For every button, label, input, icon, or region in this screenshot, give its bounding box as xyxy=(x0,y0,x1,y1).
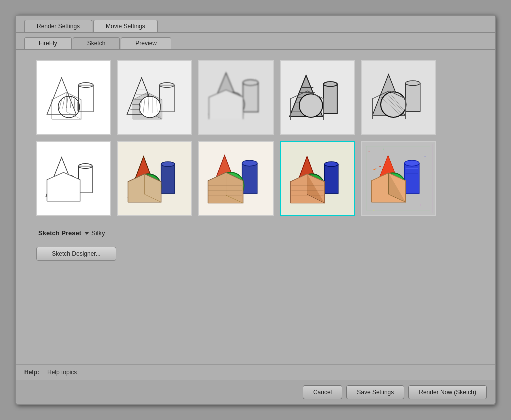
svg-point-124 xyxy=(420,205,421,206)
thumb-6[interactable] xyxy=(117,141,192,216)
svg-rect-29 xyxy=(243,83,258,112)
thumb-1[interactable] xyxy=(117,60,192,135)
thumb-3[interactable] xyxy=(280,60,355,135)
thumb-0[interactable] xyxy=(36,60,111,135)
tab-movie-settings[interactable]: Movie Settings xyxy=(93,20,158,32)
svg-rect-40 xyxy=(324,84,337,113)
svg-point-125 xyxy=(373,209,374,211)
svg-point-20 xyxy=(139,96,161,118)
help-topics-link[interactable]: Help topics xyxy=(47,369,77,376)
svg-point-30 xyxy=(243,80,258,86)
tab-render-settings[interactable]: Render Settings xyxy=(24,20,92,32)
thumb-4[interactable] xyxy=(361,60,436,135)
svg-point-42 xyxy=(299,94,323,117)
main-content: Sketch Preset Silky Sketch Designer... xyxy=(16,50,495,364)
sketch-preset-label: Sketch Preset xyxy=(38,229,81,237)
sketch-preset-dropdown[interactable]: Silky xyxy=(84,229,105,237)
render-settings-dialog: Render Settings Movie Settings FireFly S… xyxy=(15,15,496,405)
tab-preview[interactable]: Preview xyxy=(121,37,171,49)
tab-firefly[interactable]: FireFly xyxy=(24,37,72,49)
svg-rect-96 xyxy=(325,164,338,193)
help-label: Help: xyxy=(24,369,39,376)
sketch-thumbnail-grid xyxy=(36,60,475,216)
second-tab-bar: FireFly Sketch Preview xyxy=(16,33,495,50)
svg-point-41 xyxy=(324,82,337,87)
svg-point-74 xyxy=(161,162,175,167)
svg-point-88 xyxy=(242,160,257,166)
dropdown-arrow-icon xyxy=(84,232,89,235)
thumb-5[interactable] xyxy=(36,141,111,216)
cancel-button[interactable]: Cancel xyxy=(303,385,342,399)
top-tab-bar: Render Settings Movie Settings xyxy=(16,16,495,33)
thumb-7[interactable] xyxy=(198,141,274,216)
svg-rect-111 xyxy=(405,163,419,193)
svg-rect-45 xyxy=(406,83,420,111)
svg-point-46 xyxy=(406,81,420,86)
sketch-preset-value: Silky xyxy=(91,229,105,237)
thumb-8-selected[interactable] xyxy=(280,141,355,216)
svg-point-122 xyxy=(425,156,426,157)
svg-rect-73 xyxy=(161,164,175,193)
thumb-9[interactable] xyxy=(361,141,436,216)
sketch-designer-button[interactable]: Sketch Designer... xyxy=(36,247,116,261)
save-settings-button[interactable]: Save Settings xyxy=(346,385,404,399)
render-now-button[interactable]: Render Now (Sketch) xyxy=(408,385,487,399)
help-bar: Help: Help topics xyxy=(16,364,495,380)
bottom-button-bar: Cancel Save Settings Render Now (Sketch) xyxy=(16,380,495,404)
svg-point-121 xyxy=(369,151,370,152)
thumb-2[interactable] xyxy=(198,60,274,135)
sketch-preset-row: Sketch Preset Silky xyxy=(36,229,475,237)
svg-point-112 xyxy=(405,160,419,166)
svg-point-97 xyxy=(325,162,338,167)
svg-point-123 xyxy=(383,149,384,150)
tab-sketch[interactable]: Sketch xyxy=(73,37,120,49)
svg-rect-87 xyxy=(242,163,257,193)
